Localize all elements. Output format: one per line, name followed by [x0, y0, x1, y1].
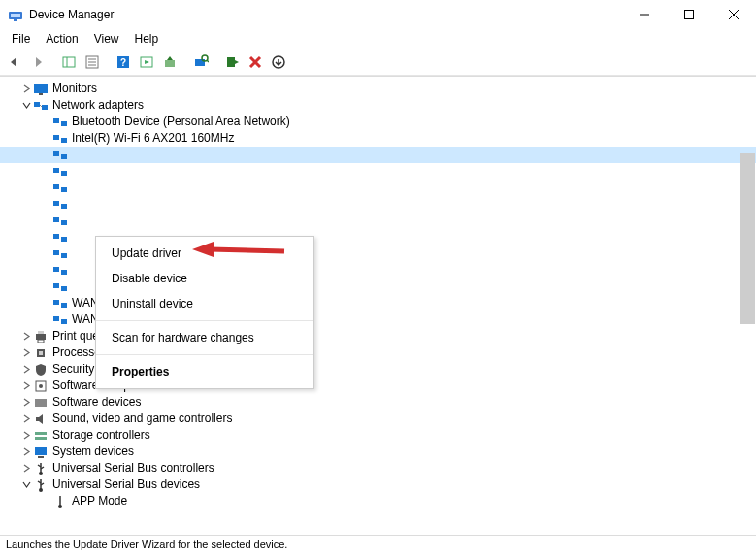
cm-uninstall-device[interactable]: Uninstall device	[96, 291, 313, 316]
network-icon	[33, 98, 49, 114]
svg-point-61	[39, 384, 43, 388]
network-adapter-icon	[52, 147, 68, 163]
tree-node-hidden[interactable]	[0, 213, 756, 229]
cm-update-driver[interactable]: Update driver	[96, 241, 313, 266]
disable-device-button[interactable]	[268, 51, 289, 73]
chevron-right-icon[interactable]	[19, 464, 33, 473]
scan-hardware-button[interactable]	[190, 51, 212, 73]
svg-rect-26	[34, 102, 40, 107]
svg-rect-33	[53, 151, 59, 156]
cm-disable-device[interactable]: Disable device	[96, 266, 313, 291]
show-hide-tree-button[interactable]	[58, 51, 80, 73]
close-button[interactable]	[711, 0, 756, 29]
svg-rect-52	[61, 303, 67, 308]
action-button[interactable]	[136, 51, 157, 73]
tree-label: Storage controllers	[52, 427, 150, 443]
chevron-right-icon[interactable]	[19, 414, 33, 423]
chevron-right-icon[interactable]	[19, 398, 33, 407]
tree-node-hidden[interactable]	[0, 163, 756, 180]
back-button[interactable]	[4, 51, 25, 73]
tree-node-wifi[interactable]: Intel(R) Wi-Fi 6 AX201 160MHz	[0, 130, 756, 147]
chevron-down-icon[interactable]	[19, 480, 33, 489]
tree-label: Universal Serial Bus devices	[52, 476, 200, 493]
menu-action[interactable]: Action	[38, 30, 85, 48]
svg-rect-62	[35, 399, 47, 407]
chevron-right-icon[interactable]	[19, 332, 33, 341]
tree-node-usb-controllers[interactable]: Universal Serial Bus controllers	[0, 460, 756, 476]
svg-rect-65	[35, 447, 47, 455]
svg-rect-64	[35, 437, 47, 440]
help-button[interactable]: ?	[113, 51, 134, 73]
maximize-button[interactable]	[667, 0, 711, 29]
tree-label: Universal Serial Bus controllers	[52, 460, 214, 476]
tree-node-monitors[interactable]: Monitors	[0, 81, 756, 97]
svg-rect-59	[39, 351, 43, 355]
cpu-icon	[33, 345, 49, 361]
svg-rect-48	[61, 270, 67, 275]
svg-rect-46	[61, 253, 67, 258]
network-adapter-icon	[52, 263, 68, 278]
tree-node-selected[interactable]	[0, 147, 756, 163]
cm-scan-hardware[interactable]: Scan for hardware changes	[96, 325, 313, 350]
svg-rect-24	[34, 84, 48, 93]
tree-node-usb-devices[interactable]: Universal Serial Bus devices	[0, 476, 756, 493]
network-adapter-icon	[52, 164, 68, 180]
tree-node-app-mode[interactable]: APP Mode	[0, 493, 756, 509]
scrollbar-thumb[interactable]	[740, 153, 755, 324]
menu-file[interactable]: File	[4, 30, 38, 48]
usb-icon	[52, 494, 68, 509]
svg-rect-20	[227, 57, 235, 67]
tree-label: Bluetooth Device (Personal Area Network)	[72, 114, 290, 130]
svg-line-28	[40, 105, 42, 107]
minimize-button[interactable]	[622, 0, 667, 29]
svg-line-19	[207, 60, 209, 62]
network-adapter-icon	[52, 246, 68, 262]
system-icon	[33, 444, 49, 460]
svg-rect-42	[61, 220, 67, 225]
chevron-right-icon[interactable]	[19, 381, 33, 390]
properties-button[interactable]	[82, 51, 103, 73]
tree-node-system-devices[interactable]: System devices	[0, 443, 756, 460]
tree-node-hidden[interactable]	[0, 196, 756, 213]
menu-help[interactable]: Help	[127, 30, 167, 48]
network-adapter-icon	[52, 312, 68, 328]
svg-rect-66	[38, 456, 44, 458]
svg-rect-31	[53, 135, 59, 140]
network-adapter-icon	[52, 213, 68, 229]
network-adapter-icon	[52, 131, 68, 147]
menu-view[interactable]: View	[86, 30, 127, 48]
chevron-right-icon[interactable]	[19, 84, 33, 93]
svg-rect-57	[38, 340, 44, 343]
svg-rect-45	[53, 250, 59, 255]
svg-rect-1	[11, 14, 20, 17]
tree-node-storage-controllers[interactable]: Storage controllers	[0, 427, 756, 443]
menu-separator	[96, 354, 313, 355]
network-adapter-icon	[52, 230, 68, 245]
svg-rect-51	[53, 300, 59, 305]
tree-node-bluetooth[interactable]: Bluetooth Device (Personal Area Network)	[0, 114, 756, 130]
window-title: Device Manager	[29, 8, 622, 21]
svg-rect-35	[53, 168, 59, 173]
uninstall-device-button[interactable]	[245, 51, 266, 73]
chevron-right-icon[interactable]	[19, 447, 33, 456]
tree-node-network-adapters[interactable]: Network adapters	[0, 97, 756, 114]
svg-rect-55	[36, 334, 46, 340]
network-adapter-icon	[52, 296, 68, 311]
tree-node-sound[interactable]: Sound, video and game controllers	[0, 410, 756, 427]
cm-properties[interactable]: Properties	[96, 359, 313, 384]
chevron-down-icon[interactable]	[19, 101, 33, 110]
svg-rect-25	[39, 93, 43, 95]
chevron-right-icon[interactable]	[19, 365, 33, 374]
chevron-right-icon[interactable]	[19, 348, 33, 357]
svg-rect-29	[53, 118, 59, 123]
forward-button[interactable]	[27, 51, 49, 73]
update-driver-button[interactable]	[159, 51, 181, 73]
tree-node-software-devices[interactable]: Software devices	[0, 394, 756, 410]
shield-icon	[33, 362, 49, 377]
app-icon	[8, 7, 23, 22]
network-adapter-icon	[52, 180, 68, 196]
enable-device-button[interactable]	[221, 51, 243, 73]
chevron-right-icon[interactable]	[19, 431, 33, 440]
tree-node-hidden[interactable]	[0, 180, 756, 196]
storage-icon	[33, 428, 49, 443]
